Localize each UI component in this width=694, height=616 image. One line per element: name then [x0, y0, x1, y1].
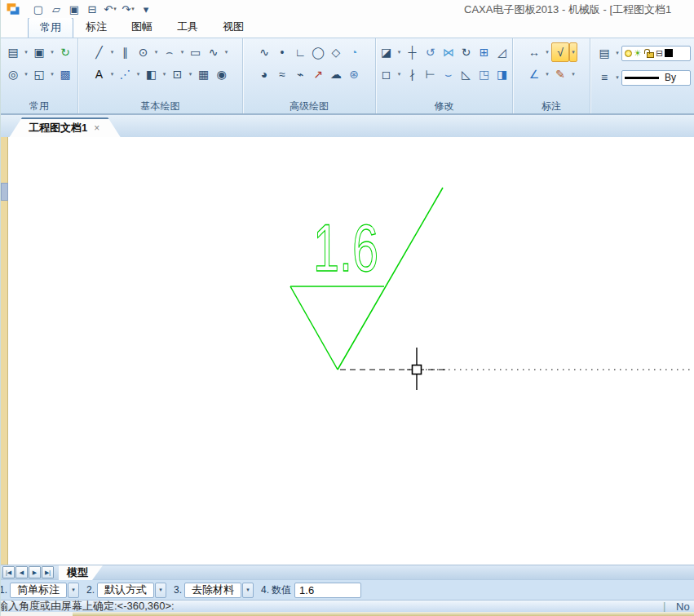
erase-button[interactable]: ◪ [378, 42, 396, 62]
line-dropdown-arrow-icon[interactable]: ▾ [108, 42, 117, 62]
new-button[interactable]: ▢ [30, 2, 46, 17]
chamfer-button[interactable]: ◺ [458, 64, 475, 84]
redo-button[interactable]: ↷▾ [120, 2, 136, 17]
cloud-line-button[interactable]: ☁ [327, 64, 345, 84]
arc-dropdown-arrow-icon[interactable]: ▾ [179, 42, 187, 62]
copy-entity-button[interactable]: ↺ [422, 42, 440, 62]
arc-button[interactable]: ⌢ [161, 42, 179, 62]
tab-tools[interactable]: 工具 [165, 16, 210, 38]
trim-button[interactable]: ∤ [404, 64, 422, 84]
copy-button[interactable]: ▣ [30, 42, 48, 62]
display-settings-button[interactable]: ▩ [56, 64, 74, 84]
polygon-button[interactable]: ◇ [327, 42, 345, 62]
scale-button[interactable]: ◿ [493, 42, 511, 62]
line-button[interactable]: ╱ [91, 42, 108, 62]
pie-chart-button[interactable]: ◕ [255, 64, 273, 84]
mirror-button[interactable]: ⋈ [440, 42, 458, 62]
zoom-button[interactable]: ◎ [4, 64, 22, 84]
curve-button[interactable]: ∿ [255, 42, 273, 62]
tab-view[interactable]: 视图 [210, 16, 256, 38]
array-button[interactable]: ⊞ [475, 42, 493, 62]
ellipse-button[interactable]: ◯ [309, 42, 327, 62]
label-tag-button[interactable]: ◉ [213, 64, 231, 84]
annotation-edit-button[interactable]: ✎ [551, 64, 569, 84]
annotation-style-combo-dropdown-arrow-icon[interactable]: ▾ [68, 583, 79, 598]
zoom-dropdown-arrow-icon[interactable]: ▾ [22, 64, 30, 84]
drawing-canvas[interactable]: 1.6 [1, 137, 694, 565]
layer-settings-button[interactable]: ▤ [595, 43, 613, 63]
dimension-button[interactable]: ↔ [525, 42, 543, 62]
gear-button[interactable]: ⊛ [345, 64, 363, 84]
coordinate-dimension-dropdown-arrow-icon[interactable]: ▾ [543, 64, 551, 84]
paste-button[interactable]: ▤ [4, 42, 22, 62]
document-tab[interactable]: 工程图文档1 × [9, 117, 121, 138]
surface-roughness-button[interactable]: √ [551, 42, 569, 62]
insert-block-dropdown-arrow-icon[interactable]: ▾ [48, 64, 56, 84]
material-removal-combo-dropdown-arrow-icon[interactable]: ▾ [242, 583, 254, 598]
last-sheet-button[interactable]: ▶| [42, 566, 54, 578]
erase-dropdown-arrow-icon[interactable]: ▾ [396, 42, 404, 62]
spline-button[interactable]: ∿ [205, 42, 223, 62]
block-button[interactable]: ◧ [143, 64, 161, 84]
dimension-dropdown-arrow-icon[interactable]: ▾ [543, 42, 551, 62]
dropdown-arrow-icon[interactable]: ▾ [113, 6, 117, 12]
placement-mode-combo[interactable]: 默认方式 [97, 583, 154, 598]
rotate-button[interactable]: ↻ [458, 42, 475, 62]
line-width-button[interactable]: ≡ [595, 68, 613, 87]
line-width-dropdown-arrow-icon[interactable]: ▾ [613, 68, 621, 87]
tab-sheet[interactable]: 图幅 [119, 16, 165, 38]
rectangle-button[interactable]: ▭ [187, 42, 205, 62]
sheet-tab-model[interactable]: 模型 [59, 565, 103, 580]
circle-button[interactable]: ⊙ [135, 42, 153, 62]
save-button[interactable]: ▣ [66, 2, 82, 17]
fillet-button[interactable]: ⌣ [440, 64, 458, 84]
dropdown-arrow-icon[interactable]: ▾ [131, 6, 135, 12]
arc-circle-button[interactable]: ◔ [345, 42, 363, 62]
print-button[interactable]: ⊟ [84, 2, 100, 17]
copy-dropdown-arrow-icon[interactable]: ▾ [48, 42, 56, 62]
spline-dropdown-arrow-icon[interactable]: ▾ [223, 42, 231, 62]
point-draw-button[interactable]: • [273, 42, 291, 62]
stretch-dropdown-arrow-icon[interactable]: ▾ [396, 64, 404, 84]
surface-roughness-dropdown-arrow-icon[interactable]: ▾ [569, 42, 577, 62]
roughness-value-input[interactable] [294, 583, 361, 598]
point-line-dropdown-arrow-icon[interactable]: ▾ [135, 64, 143, 84]
text-dropdown-arrow-icon[interactable]: ▾ [108, 64, 117, 84]
text-button[interactable]: A [91, 64, 108, 84]
point-line-button[interactable]: ⋰ [117, 64, 135, 84]
line-width-combo[interactable]: By [621, 70, 691, 86]
extend-button[interactable]: ⊢ [422, 64, 440, 84]
annotation-edit-dropdown-arrow-icon[interactable]: ▾ [569, 64, 577, 84]
formula-curve-button[interactable]: ⌁ [291, 64, 309, 84]
undo-button[interactable]: ↶▾ [102, 2, 118, 17]
circle-dropdown-arrow-icon[interactable]: ▾ [153, 42, 161, 62]
app-logo-icon[interactable] [1, 0, 25, 18]
offset-button[interactable]: ◨ [493, 64, 511, 84]
refresh-button[interactable]: ↻ [56, 42, 74, 62]
insert-block-button[interactable]: ◱ [30, 64, 48, 84]
paste-dropdown-arrow-icon[interactable]: ▾ [22, 42, 30, 62]
wave-line-button[interactable]: ≈ [273, 64, 291, 84]
hatch-button[interactable]: ▦ [195, 64, 213, 84]
prev-sheet-button[interactable]: ◀ [15, 566, 28, 578]
image-dropdown-arrow-icon[interactable]: ▾ [187, 64, 195, 84]
parallel-line-button[interactable]: ∥ [117, 42, 135, 62]
stretch-button[interactable]: ◻ [378, 64, 396, 84]
image-button[interactable]: ⊡ [169, 64, 187, 84]
layer-settings-dropdown-arrow-icon[interactable]: ▾ [613, 43, 621, 63]
next-sheet-button[interactable]: ▶ [29, 566, 41, 578]
block-dropdown-arrow-icon[interactable]: ▾ [161, 64, 169, 84]
layer-state-combo[interactable]: ☀⊟ [621, 46, 691, 61]
open-button[interactable]: ▱ [48, 2, 64, 17]
placement-mode-combo-dropdown-arrow-icon[interactable]: ▾ [155, 583, 166, 598]
move-button[interactable]: ┼ [404, 42, 422, 62]
close-icon[interactable]: × [94, 122, 99, 134]
axis-button[interactable]: ∟ [291, 42, 309, 62]
coordinate-dimension-button[interactable]: ∠ [525, 64, 543, 84]
arrow-button[interactable]: ↗ [309, 64, 327, 84]
customize-quick-access-button[interactable]: ▾ [138, 2, 154, 17]
tab-home[interactable]: 常用 [28, 17, 73, 38]
solid-edit-button[interactable]: ◳ [475, 64, 493, 84]
tab-dimension[interactable]: 标注 [73, 16, 119, 38]
material-removal-combo[interactable]: 去除材料 [184, 583, 241, 598]
